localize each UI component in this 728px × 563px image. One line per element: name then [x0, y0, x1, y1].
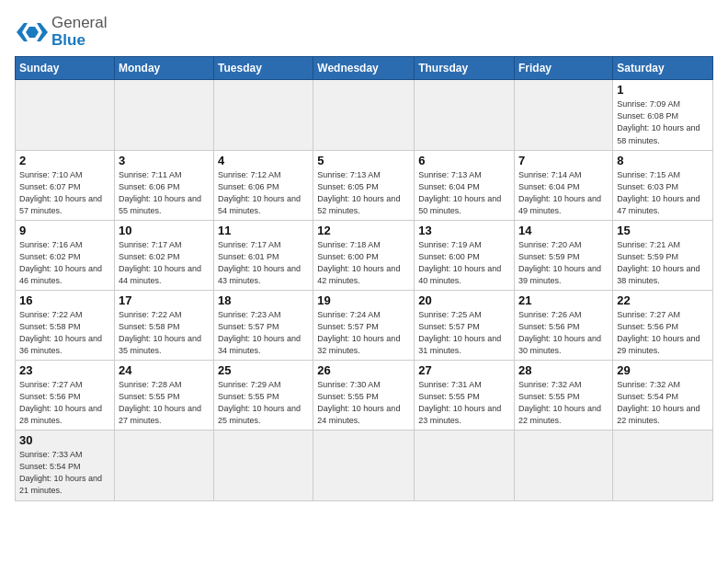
- day-number: 13: [418, 224, 510, 237]
- calendar-cell: 23Sunrise: 7:27 AMSunset: 5:56 PMDayligh…: [16, 361, 115, 431]
- day-info: Sunrise: 7:27 AMSunset: 5:56 PMDaylight:…: [19, 379, 110, 427]
- calendar-cell: 8Sunrise: 7:15 AMSunset: 6:03 PMDaylight…: [613, 150, 713, 220]
- day-number: 28: [518, 363, 609, 377]
- day-info: Sunrise: 7:32 AMSunset: 5:54 PMDaylight:…: [617, 379, 709, 427]
- day-info: Sunrise: 7:21 AMSunset: 5:59 PMDaylight:…: [617, 239, 709, 287]
- calendar-cell: 11Sunrise: 7:17 AMSunset: 6:01 PMDayligh…: [214, 220, 313, 290]
- calendar-week-row: 9Sunrise: 7:16 AMSunset: 6:02 PMDaylight…: [16, 220, 713, 290]
- day-number: 30: [19, 433, 110, 447]
- day-info: Sunrise: 7:13 AMSunset: 6:04 PMDaylight:…: [418, 169, 510, 217]
- day-number: 20: [418, 293, 510, 307]
- day-info: Sunrise: 7:31 AMSunset: 5:55 PMDaylight:…: [418, 379, 510, 427]
- day-number: 24: [119, 363, 210, 377]
- calendar-cell: 7Sunrise: 7:14 AMSunset: 6:04 PMDaylight…: [515, 150, 613, 220]
- day-number: 12: [317, 224, 410, 237]
- calendar-cell: [515, 80, 613, 150]
- calendar-cell: 22Sunrise: 7:27 AMSunset: 5:56 PMDayligh…: [613, 290, 713, 360]
- day-number: 18: [218, 293, 309, 307]
- day-header-row: Sunday Monday Tuesday Wednesday Thursday…: [16, 57, 713, 80]
- calendar-cell: 25Sunrise: 7:29 AMSunset: 5:55 PMDayligh…: [214, 361, 313, 431]
- day-number: 1: [617, 83, 709, 97]
- calendar-cell: 27Sunrise: 7:31 AMSunset: 5:55 PMDayligh…: [415, 361, 515, 431]
- day-info: Sunrise: 7:32 AMSunset: 5:55 PMDaylight:…: [518, 379, 609, 427]
- calendar-cell: 30Sunrise: 7:33 AMSunset: 5:54 PMDayligh…: [16, 431, 115, 500]
- col-wednesday: Wednesday: [313, 57, 415, 80]
- day-info: Sunrise: 7:22 AMSunset: 5:58 PMDaylight:…: [19, 309, 110, 357]
- calendar-cell: 18Sunrise: 7:23 AMSunset: 5:57 PMDayligh…: [214, 290, 313, 360]
- day-info: Sunrise: 7:30 AMSunset: 5:55 PMDaylight:…: [317, 379, 410, 427]
- day-number: 11: [218, 224, 309, 237]
- day-number: 25: [218, 363, 309, 377]
- calendar-cell: [214, 431, 313, 500]
- col-tuesday: Tuesday: [214, 57, 313, 80]
- day-number: 15: [617, 224, 709, 237]
- calendar-cell: 15Sunrise: 7:21 AMSunset: 5:59 PMDayligh…: [613, 220, 713, 290]
- calendar-cell: 9Sunrise: 7:16 AMSunset: 6:02 PMDaylight…: [16, 220, 115, 290]
- col-monday: Monday: [114, 57, 213, 80]
- day-number: 27: [418, 363, 510, 377]
- calendar-cell: [313, 431, 415, 500]
- calendar-cell: 10Sunrise: 7:17 AMSunset: 6:02 PMDayligh…: [114, 220, 213, 290]
- day-number: 3: [119, 154, 210, 167]
- calendar-cell: [613, 431, 713, 500]
- day-info: Sunrise: 7:29 AMSunset: 5:55 PMDaylight:…: [218, 379, 309, 427]
- calendar-cell: 24Sunrise: 7:28 AMSunset: 5:55 PMDayligh…: [114, 361, 213, 431]
- day-number: 22: [617, 293, 709, 307]
- day-number: 2: [19, 154, 110, 167]
- calendar-week-row: 1Sunrise: 7:09 AMSunset: 6:08 PMDaylight…: [16, 80, 713, 150]
- day-info: Sunrise: 7:24 AMSunset: 5:57 PMDaylight:…: [317, 309, 410, 357]
- day-number: 4: [218, 154, 309, 167]
- day-info: Sunrise: 7:25 AMSunset: 5:57 PMDaylight:…: [418, 309, 510, 357]
- day-info: Sunrise: 7:15 AMSunset: 6:03 PMDaylight:…: [617, 169, 709, 217]
- calendar-cell: 26Sunrise: 7:30 AMSunset: 5:55 PMDayligh…: [313, 361, 415, 431]
- day-info: Sunrise: 7:13 AMSunset: 6:05 PMDaylight:…: [317, 169, 410, 217]
- day-info: Sunrise: 7:17 AMSunset: 6:02 PMDaylight:…: [119, 239, 210, 287]
- day-info: Sunrise: 7:20 AMSunset: 5:59 PMDaylight:…: [518, 239, 609, 287]
- col-sunday: Sunday: [16, 57, 115, 80]
- calendar-week-row: 16Sunrise: 7:22 AMSunset: 5:58 PMDayligh…: [16, 290, 713, 360]
- day-number: 9: [19, 224, 110, 237]
- calendar-table: Sunday Monday Tuesday Wednesday Thursday…: [15, 56, 713, 500]
- calendar-week-row: 2Sunrise: 7:10 AMSunset: 6:07 PMDaylight…: [16, 150, 713, 220]
- calendar-cell: 28Sunrise: 7:32 AMSunset: 5:55 PMDayligh…: [515, 361, 613, 431]
- logo: General Blue: [15, 15, 107, 49]
- day-number: 26: [317, 363, 410, 377]
- calendar-cell: 21Sunrise: 7:26 AMSunset: 5:56 PMDayligh…: [515, 290, 613, 360]
- day-number: 10: [119, 224, 210, 237]
- day-info: Sunrise: 7:16 AMSunset: 6:02 PMDaylight:…: [19, 239, 110, 287]
- logo-text: General Blue: [51, 15, 107, 49]
- day-number: 21: [518, 293, 609, 307]
- day-info: Sunrise: 7:33 AMSunset: 5:54 PMDaylight:…: [19, 449, 110, 497]
- day-number: 17: [119, 293, 210, 307]
- day-number: 5: [317, 154, 410, 167]
- calendar-cell: 2Sunrise: 7:10 AMSunset: 6:07 PMDaylight…: [16, 150, 115, 220]
- calendar-cell: [16, 80, 115, 150]
- calendar-cell: 13Sunrise: 7:19 AMSunset: 6:00 PMDayligh…: [415, 220, 515, 290]
- day-number: 23: [19, 363, 110, 377]
- calendar-cell: 12Sunrise: 7:18 AMSunset: 6:00 PMDayligh…: [313, 220, 415, 290]
- calendar-cell: 14Sunrise: 7:20 AMSunset: 5:59 PMDayligh…: [515, 220, 613, 290]
- calendar-cell: 17Sunrise: 7:22 AMSunset: 5:58 PMDayligh…: [114, 290, 213, 360]
- day-info: Sunrise: 7:28 AMSunset: 5:55 PMDaylight:…: [119, 379, 210, 427]
- col-saturday: Saturday: [613, 57, 713, 80]
- day-info: Sunrise: 7:27 AMSunset: 5:56 PMDaylight:…: [617, 309, 709, 357]
- logo-icon: [15, 19, 48, 45]
- calendar-cell: [114, 431, 213, 500]
- day-number: 16: [19, 293, 110, 307]
- calendar-cell: 6Sunrise: 7:13 AMSunset: 6:04 PMDaylight…: [415, 150, 515, 220]
- calendar-week-row: 23Sunrise: 7:27 AMSunset: 5:56 PMDayligh…: [16, 361, 713, 431]
- day-info: Sunrise: 7:17 AMSunset: 6:01 PMDaylight:…: [218, 239, 309, 287]
- header: General Blue: [15, 9, 713, 49]
- day-number: 7: [518, 154, 609, 167]
- day-number: 19: [317, 293, 410, 307]
- calendar-cell: 4Sunrise: 7:12 AMSunset: 6:06 PMDaylight…: [214, 150, 313, 220]
- day-info: Sunrise: 7:19 AMSunset: 6:00 PMDaylight:…: [418, 239, 510, 287]
- calendar-cell: [515, 431, 613, 500]
- calendar-cell: 20Sunrise: 7:25 AMSunset: 5:57 PMDayligh…: [415, 290, 515, 360]
- calendar-cell: [114, 80, 213, 150]
- calendar-cell: [415, 80, 515, 150]
- calendar-cell: [415, 431, 515, 500]
- day-info: Sunrise: 7:18 AMSunset: 6:00 PMDaylight:…: [317, 239, 410, 287]
- day-info: Sunrise: 7:14 AMSunset: 6:04 PMDaylight:…: [518, 169, 609, 217]
- day-info: Sunrise: 7:23 AMSunset: 5:57 PMDaylight:…: [218, 309, 309, 357]
